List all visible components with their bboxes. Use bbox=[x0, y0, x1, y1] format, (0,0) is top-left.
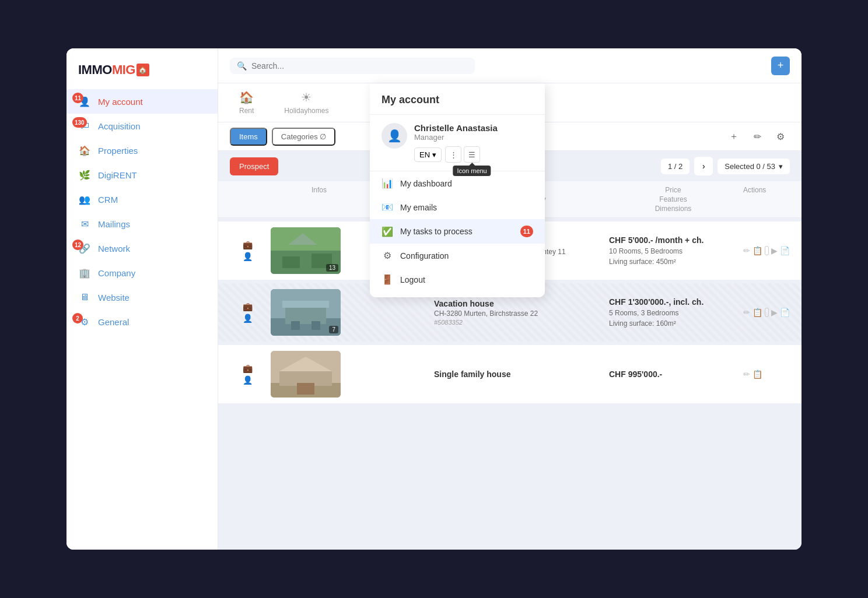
property-image bbox=[271, 351, 341, 398]
row-action-icons: 💼 👤 bbox=[230, 364, 265, 385]
briefcase-icon: 💼 bbox=[243, 302, 253, 311]
sidebar-item-label: DigiRENT bbox=[98, 170, 137, 180]
website-icon: 🖥 bbox=[78, 291, 91, 304]
sidebar-item-my-account[interactable]: 11 👤 My account bbox=[66, 89, 218, 114]
select-checkbox[interactable] bbox=[765, 246, 769, 255]
list-view-btn[interactable]: ☰ Icon menu bbox=[464, 146, 480, 163]
menu-item-label: My tasks to process bbox=[400, 227, 473, 236]
filter-actions: ＋ ✏ ⚙ bbox=[724, 127, 790, 146]
icon-view-btn[interactable]: ⋮ bbox=[445, 146, 461, 163]
tab-holidayhomes[interactable]: ☀ Holidayhomes bbox=[275, 83, 338, 122]
col-dimensions: Dimensions bbox=[609, 205, 737, 213]
edit-icon[interactable]: ✏ bbox=[743, 370, 750, 379]
row-action-icons: 💼 👤 bbox=[230, 302, 265, 323]
row-actions: ✏ 📋 bbox=[743, 370, 790, 379]
filter-categories-btn[interactable]: Categories ∅ bbox=[272, 128, 335, 146]
menu-item-logout[interactable]: 🚪 Logout bbox=[370, 268, 545, 291]
lang-chevron-icon: ▾ bbox=[432, 150, 436, 159]
user-role: Manager bbox=[414, 133, 533, 142]
copy-icon[interactable]: 📋 bbox=[752, 308, 762, 317]
acquisition-badge: 130 bbox=[72, 117, 87, 128]
svg-rect-10 bbox=[282, 301, 329, 308]
image-count: 7 bbox=[329, 326, 338, 333]
person-icon: 👤 bbox=[243, 375, 253, 385]
logo: IMMOMIG 🏠 bbox=[66, 58, 218, 89]
sidebar: IMMOMIG 🏠 11 👤 My account 130 🏷 Acquisit… bbox=[66, 48, 218, 550]
svg-rect-9 bbox=[312, 321, 320, 330]
settings-filter-btn[interactable]: ⚙ bbox=[771, 127, 790, 146]
doc-icon[interactable]: 📄 bbox=[780, 246, 790, 255]
dropdown-chevron-icon: ▾ bbox=[779, 162, 783, 171]
sidebar-item-general[interactable]: 2 ⚙ General bbox=[66, 309, 218, 334]
search-icon: 🔍 bbox=[237, 61, 247, 71]
language-select[interactable]: EN ▾ bbox=[414, 147, 442, 162]
sidebar-nav: 11 👤 My account 130 🏷 Acquisition 🏠 Prop… bbox=[66, 89, 218, 334]
briefcase-icon: 💼 bbox=[243, 364, 253, 373]
sidebar-item-properties[interactable]: 🏠 Properties bbox=[66, 138, 218, 163]
dashboard-icon: 📊 bbox=[382, 178, 393, 189]
row-actions: ✏ 📋 ▶ 📄 bbox=[743, 246, 790, 255]
table-row: 💼 👤 Single bbox=[218, 345, 802, 403]
edit-icon[interactable]: ✏ bbox=[743, 308, 750, 317]
sidebar-item-label: Website bbox=[98, 293, 130, 302]
user-name: Christelle Anastasia bbox=[414, 123, 533, 133]
edit-icon[interactable]: ✏ bbox=[743, 246, 750, 255]
page-total: 2 bbox=[678, 162, 682, 171]
select-checkbox[interactable] bbox=[765, 308, 769, 317]
col-actions: Actions bbox=[743, 186, 790, 213]
selected-label: Selected 0 / 53 bbox=[724, 162, 775, 171]
property-surface: Living surface: 160m² bbox=[609, 319, 737, 328]
selected-dropdown[interactable]: Selected 0 / 53 ▾ bbox=[718, 159, 790, 174]
sidebar-item-website[interactable]: 🖥 Website bbox=[66, 285, 218, 309]
property-price: CHF 5'000.- /month + ch. bbox=[609, 235, 737, 245]
add-filter-btn[interactable]: ＋ bbox=[724, 127, 743, 146]
menu-item-configuration[interactable]: ⚙ Configuration bbox=[370, 244, 545, 268]
sidebar-item-acquisition[interactable]: 130 🏷 Acquisition bbox=[66, 114, 218, 138]
filter-items-btn[interactable]: Items bbox=[230, 128, 267, 146]
menu-item-tasks[interactable]: ✅ My tasks to process 11 bbox=[370, 219, 545, 244]
row-action-icons: 💼 👤 bbox=[230, 240, 265, 261]
property-rooms: 10 Rooms, 5 Bedrooms bbox=[609, 247, 737, 255]
property-rooms: 5 Rooms, 3 Bedrooms bbox=[609, 309, 737, 317]
sidebar-item-company[interactable]: 🏢 Company bbox=[66, 261, 218, 285]
sidebar-item-label: My account bbox=[98, 97, 143, 107]
property-location: CH-3280 Murten, Birchstrasse 22 bbox=[434, 309, 603, 318]
lang-row: EN ▾ ⋮ ☰ Icon menu bbox=[414, 146, 533, 163]
property-pricing: CHF 995'000.- bbox=[609, 370, 737, 379]
svg-rect-15 bbox=[297, 383, 314, 395]
property-type: Single family house bbox=[434, 370, 603, 379]
page-current: 1 bbox=[668, 162, 672, 171]
doc-icon[interactable]: 📄 bbox=[780, 308, 790, 317]
property-type: Vacation house bbox=[434, 299, 603, 308]
icon-menu-tooltip: Icon menu bbox=[453, 166, 491, 176]
sidebar-item-mailings[interactable]: ✉ Mailings bbox=[66, 212, 218, 236]
menu-item-emails[interactable]: 📧 My emails bbox=[370, 195, 545, 219]
person-icon: 👤 bbox=[243, 252, 253, 261]
sidebar-item-label: Properties bbox=[98, 146, 138, 156]
sidebar-item-crm[interactable]: 👥 CRM bbox=[66, 187, 218, 212]
share-icon[interactable]: ▶ bbox=[771, 246, 778, 255]
topbar: 🔍 + bbox=[218, 48, 802, 83]
search-box[interactable]: 🔍 bbox=[230, 58, 475, 74]
property-price: CHF 995'000.- bbox=[609, 370, 737, 379]
sidebar-item-digirent[interactable]: 🌿 DigiRENT bbox=[66, 163, 218, 187]
edit-filter-btn[interactable]: ✏ bbox=[748, 127, 766, 146]
share-icon[interactable]: ▶ bbox=[771, 308, 778, 317]
configuration-icon: ⚙ bbox=[382, 250, 393, 261]
tab-rent[interactable]: 🏠 Rent bbox=[230, 83, 263, 122]
property-thumbnail bbox=[271, 351, 341, 398]
prospect-button[interactable]: Prospect bbox=[230, 157, 278, 175]
emails-icon: 📧 bbox=[382, 202, 393, 213]
col-price: Price bbox=[609, 186, 737, 194]
briefcase-icon: 💼 bbox=[243, 240, 253, 249]
copy-icon[interactable]: 📋 bbox=[752, 370, 762, 379]
property-surface: Living surface: 450m² bbox=[609, 258, 737, 266]
network-badge: 12 bbox=[72, 240, 83, 250]
user-section: 👤 Christelle Anastasia Manager EN ▾ ⋮ ☰ bbox=[370, 115, 545, 171]
user-avatar: 👤 bbox=[382, 123, 407, 149]
sidebar-item-network[interactable]: 12 🔗 Network bbox=[66, 236, 218, 261]
search-input[interactable] bbox=[251, 61, 468, 71]
add-button[interactable]: + bbox=[771, 57, 790, 75]
copy-icon[interactable]: 📋 bbox=[752, 246, 762, 255]
next-page-btn[interactable]: › bbox=[694, 157, 713, 175]
